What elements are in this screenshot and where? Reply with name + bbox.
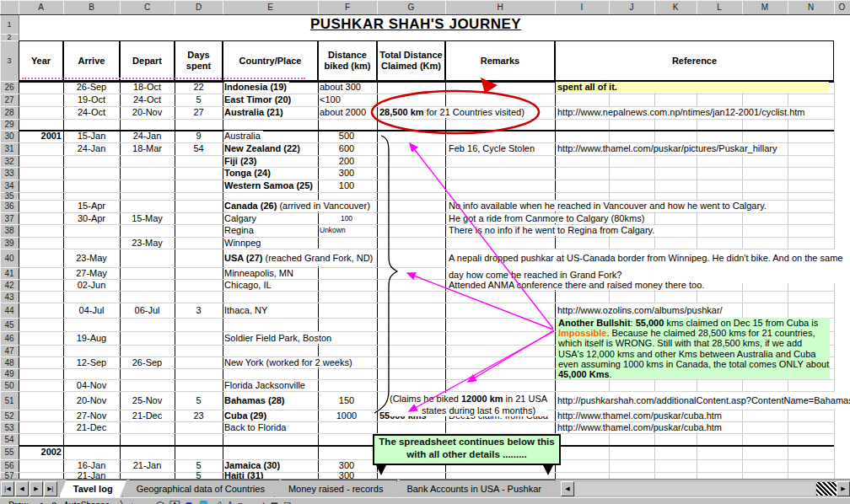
cell-days-44[interactable]: 3 <box>175 303 222 317</box>
cell-place-28[interactable]: Australia (21) <box>224 107 286 118</box>
oval-icon[interactable]: ◯ <box>156 501 165 504</box>
cell-distance-38[interactable]: Unkown <box>320 225 375 236</box>
cell-place-38[interactable]: Regina <box>224 225 256 236</box>
row-header-26[interactable]: 26 <box>0 81 19 94</box>
row-header-28[interactable]: 28 <box>0 106 19 120</box>
row-header-39[interactable]: 39 <box>0 237 19 249</box>
col-header-B[interactable]: B <box>63 0 121 15</box>
cell-remark-37[interactable]: He got a ride from Canmore to Calgary (8… <box>449 213 647 223</box>
cell-arrive-41[interactable]: 27-May <box>64 268 119 278</box>
cell-total-claim-28[interactable]: 28,500 km for 21 Countries visited) <box>379 107 525 118</box>
sheet-tab-tavel-log[interactable]: Tavel log <box>59 480 127 498</box>
fill-color-icon[interactable]: 🪣 <box>198 501 208 504</box>
col-header-L[interactable]: L <box>697 0 743 15</box>
cell-place-27[interactable]: East Timor (20) <box>224 94 293 105</box>
cell-distance-28[interactable]: about 2000 <box>320 107 375 118</box>
cell-arrive-46[interactable]: 19-Aug <box>64 332 119 344</box>
dash-style-icon[interactable]: ┄ <box>248 501 253 504</box>
row-header-47[interactable]: 47 <box>0 345 19 357</box>
row-header-53[interactable]: 53 <box>0 421 19 434</box>
cell-arrive-40[interactable]: 23-May <box>64 249 119 266</box>
scrollbar-hatched-thumb[interactable] <box>816 482 837 496</box>
next-sheet-button[interactable]: ▶ <box>30 481 43 496</box>
row-header-46[interactable]: 46 <box>0 331 19 346</box>
cell-distance-33[interactable]: 300 <box>319 168 374 179</box>
column-title-G[interactable]: Total Distance Claimed (Km) <box>377 40 445 81</box>
row-header-38[interactable]: 38 <box>0 224 19 238</box>
cell-place-46[interactable]: Soldier Field Park, Boston <box>224 332 334 344</box>
cell-arrive-53[interactable]: 21-Dec <box>64 422 119 432</box>
cell-place-57[interactable]: Haiti (31) <box>224 473 266 478</box>
cell-depart-51[interactable]: 25-Nov <box>121 392 174 409</box>
cell-place-42[interactable]: Chicago, IL <box>224 280 274 290</box>
sheet-title[interactable]: PUSHKAR SHAH'S JOURNEY <box>0 16 831 33</box>
cell-place-33[interactable]: Tonga (24) <box>224 168 273 179</box>
cell-days-26[interactable]: 22 <box>175 82 222 93</box>
row-header-48[interactable]: 48 <box>0 357 19 369</box>
draw-menu[interactable]: Draw ▾ <box>8 501 34 504</box>
cell-arrive-51[interactable]: 20-Nov <box>64 392 119 409</box>
wordart-icon[interactable]: 🅐 <box>185 501 193 504</box>
cell-place-51[interactable]: Bahamas (28) <box>224 392 288 409</box>
column-title-D[interactable]: Days spent <box>175 40 223 81</box>
cell-distance-57[interactable]: 300 <box>319 473 374 478</box>
cell-arrive-37[interactable]: 30-Apr <box>64 213 119 223</box>
col-header-E[interactable]: E <box>223 0 319 15</box>
yellow-highlight-note[interactable]: spent all of it. <box>556 82 829 93</box>
row-header-40[interactable]: 40 <box>0 249 19 268</box>
first-sheet-button[interactable]: |◀ <box>1 481 14 496</box>
cell-arrive-30[interactable]: 15-Jan <box>64 131 119 142</box>
cell-arrive-48[interactable]: 12-Sep <box>64 357 119 367</box>
col-header-F[interactable]: F <box>318 0 378 15</box>
autoshapes-menu[interactable]: AutoShapes ▾ <box>63 501 116 504</box>
cell-reference-51[interactable]: http://pushkarshah.com/additionalContent… <box>557 392 850 409</box>
cell-place-50[interactable]: Florida Jacksonville <box>224 380 308 390</box>
row-header-32[interactable]: 32 <box>0 155 19 168</box>
row-header-44[interactable]: 44 <box>0 303 19 319</box>
col-header-G[interactable]: G <box>377 0 446 15</box>
cell-distance-52[interactable]: 1000 <box>319 410 374 421</box>
column-title-A[interactable]: Year <box>19 40 63 81</box>
cell-depart-31[interactable]: 18-Mar <box>121 143 174 154</box>
col-header-J[interactable]: J <box>609 0 655 15</box>
cell-claims-note-51[interactable]: (Claims he biked 12000 km in 21 USAstate… <box>390 393 547 416</box>
cell-place-53[interactable]: Back to Florida <box>224 422 288 432</box>
cell-days-30[interactable]: 9 <box>175 131 222 142</box>
cell-place-40[interactable]: USA (27) (reached Grand Fork, ND) <box>224 249 375 266</box>
cell-reference-28[interactable]: http://www.nepalnews.com.np/ntimes/jan12… <box>557 107 807 118</box>
cell-place-36[interactable]: Canada (26) (arrived in Vancouver) <box>224 201 373 212</box>
cell-place-26[interactable]: Indonesia (19) <box>224 82 289 93</box>
col-header-A[interactable]: A <box>19 0 64 15</box>
cell-reference-44[interactable]: http://www.ozolins.com/albums/pushkar/ <box>557 303 725 317</box>
line-color-icon[interactable]: 🖊 <box>213 501 222 504</box>
cell-reference-31[interactable]: http://www.thamel.com/puskar/pictures/Pu… <box>557 143 779 154</box>
cell-place-44[interactable]: Ithaca, NY <box>224 303 270 317</box>
row-header-3[interactable]: 3 <box>0 40 19 82</box>
cell-place-34[interactable]: Western Samoa (25) <box>224 180 315 191</box>
cell-depart-39[interactable]: 23-May <box>121 238 174 248</box>
cell-place-37[interactable]: Calgary <box>224 213 259 223</box>
select-icon[interactable]: ↖ <box>39 501 46 504</box>
cell-distance-37[interactable]: 100 <box>319 213 374 223</box>
col-header-M[interactable]: M <box>742 0 788 15</box>
cell-days-31[interactable]: 54 <box>175 143 222 154</box>
arrow-style-icon[interactable]: ⇄ <box>258 501 265 504</box>
row-header-41[interactable]: 41 <box>0 267 19 280</box>
cell-arrive-36[interactable]: 15-Apr <box>64 201 119 212</box>
row-header-54[interactable]: 54 <box>0 433 19 446</box>
column-title-E[interactable]: Country/Place <box>223 40 318 81</box>
cell-distance-51[interactable]: 150 <box>319 392 374 409</box>
row-header-50[interactable]: 50 <box>0 379 19 392</box>
row-header-37[interactable]: 37 <box>0 212 19 225</box>
select-all-corner[interactable] <box>0 0 19 15</box>
row-header-45[interactable]: 45 <box>0 318 19 332</box>
column-title-H[interactable]: Remarks <box>445 40 555 81</box>
3d-icon[interactable]: ◪ <box>283 501 291 504</box>
column-title-B[interactable]: Arrive <box>63 40 120 81</box>
cell-arrive-26[interactable]: 26-Sep <box>64 82 119 93</box>
tab-scroll-left-icon[interactable]: ◀ <box>561 481 574 496</box>
row-header-43[interactable]: 43 <box>0 291 19 303</box>
cell-remark-40[interactable]: A nepali dropped pushkar at US-Canada bo… <box>449 249 850 283</box>
col-header-N[interactable]: N <box>788 0 835 15</box>
col-header-O[interactable]: O <box>834 0 850 15</box>
